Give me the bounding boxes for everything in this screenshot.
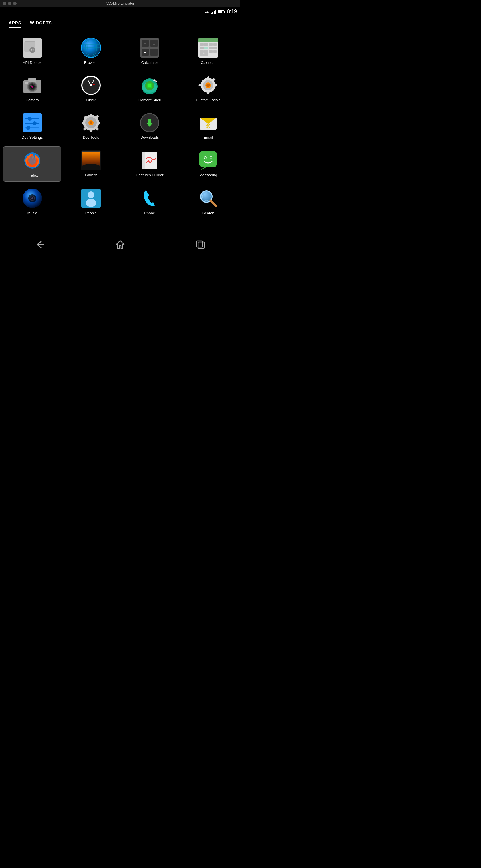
dev-settings-icon xyxy=(22,113,42,133)
app-search[interactable]: Search xyxy=(179,185,238,219)
status-bar: 3G 8:19 xyxy=(0,7,241,16)
app-content-shell[interactable]: Content Shell xyxy=(120,71,179,106)
svg-rect-17 xyxy=(151,49,158,56)
app-phone[interactable]: Phone xyxy=(120,185,179,219)
app-people[interactable]: People xyxy=(62,185,120,219)
calculator-icon: − = + xyxy=(139,37,160,58)
content-shell-label: Content Shell xyxy=(138,98,161,103)
svg-point-118 xyxy=(31,197,33,199)
svg-rect-29 xyxy=(204,46,208,50)
svg-point-52 xyxy=(90,84,92,86)
svg-rect-27 xyxy=(213,43,217,46)
tab-widgets[interactable]: WIDGETS xyxy=(27,16,58,28)
svg-rect-75 xyxy=(23,113,42,132)
maximize-btn[interactable] xyxy=(13,2,17,5)
svg-point-81 xyxy=(26,126,30,130)
window-title: 5554:N5-Emulator xyxy=(106,1,134,5)
minimize-btn[interactable] xyxy=(8,2,11,5)
app-clock[interactable]: Clock xyxy=(62,71,120,106)
svg-rect-66 xyxy=(207,77,209,79)
svg-rect-32 xyxy=(200,50,203,53)
svg-rect-37 xyxy=(204,54,208,56)
content-shell-icon xyxy=(139,75,160,96)
apps-grid: ⚙ API Demos xyxy=(0,28,241,224)
app-dev-settings[interactable]: Dev Settings xyxy=(3,109,62,144)
svg-point-63 xyxy=(156,81,156,82)
browser-icon xyxy=(81,37,101,58)
messaging-icon xyxy=(198,150,219,170)
nav-back-button[interactable] xyxy=(27,238,53,252)
phone-icon xyxy=(139,188,160,209)
battery-fill xyxy=(219,10,222,13)
svg-rect-87 xyxy=(98,122,100,124)
battery-icon xyxy=(218,10,224,13)
svg-rect-35 xyxy=(213,50,217,53)
tab-bar: APPS WIDGETS xyxy=(0,16,241,28)
app-downloads[interactable]: Downloads xyxy=(120,109,179,144)
calendar-icon xyxy=(198,37,219,58)
app-email[interactable]: @ Email xyxy=(179,109,238,144)
svg-text:−: − xyxy=(143,41,146,46)
svg-rect-28 xyxy=(200,46,203,50)
svg-point-74 xyxy=(206,84,210,87)
dev-settings-label: Dev Settings xyxy=(22,135,43,140)
browser-label: Browser xyxy=(84,60,98,65)
app-gestures-builder[interactable]: Gestures Builder xyxy=(120,147,179,182)
close-btn[interactable] xyxy=(3,2,6,5)
app-custom-locale[interactable]: Custom Locale xyxy=(179,71,238,106)
nav-home-button[interactable] xyxy=(107,237,133,253)
svg-point-121 xyxy=(86,199,96,207)
custom-locale-label: Custom Locale xyxy=(196,98,221,103)
svg-rect-122 xyxy=(85,205,97,206)
people-icon xyxy=(81,188,101,209)
svg-rect-46 xyxy=(25,82,28,84)
gallery-icon xyxy=(81,150,101,170)
svg-rect-31 xyxy=(213,46,217,50)
camera-label: Camera xyxy=(26,98,39,103)
svg-rect-85 xyxy=(90,129,92,132)
svg-rect-25 xyxy=(204,43,208,46)
custom-locale-icon xyxy=(198,75,219,96)
phone-label: Phone xyxy=(144,211,155,216)
svg-rect-24 xyxy=(200,43,203,46)
app-messaging[interactable]: Messaging xyxy=(179,147,238,182)
app-gallery[interactable]: Gallery xyxy=(62,147,120,182)
api-demos-label: API Demos xyxy=(23,60,42,65)
bar2 xyxy=(213,12,213,14)
app-firefox[interactable]: Firefox xyxy=(3,147,62,182)
clock-icon xyxy=(81,75,101,96)
people-label: People xyxy=(85,211,97,216)
title-bar: 5554:N5-Emulator xyxy=(0,0,241,7)
downloads-icon xyxy=(139,113,160,133)
tab-apps[interactable]: APPS xyxy=(6,16,27,28)
app-music[interactable]: Music xyxy=(3,185,62,219)
dev-tools-label: Dev Tools xyxy=(83,135,99,140)
svg-rect-109 xyxy=(199,151,217,167)
app-calculator[interactable]: − = + Calculator xyxy=(120,34,179,69)
email-icon: @ xyxy=(198,113,219,133)
svg-rect-36 xyxy=(200,54,203,56)
app-api-demos[interactable]: ⚙ API Demos xyxy=(3,34,62,69)
nav-recents-button[interactable] xyxy=(187,238,214,253)
svg-rect-33 xyxy=(204,50,208,53)
network-type: 3G xyxy=(205,10,209,13)
svg-rect-23 xyxy=(198,40,218,42)
svg-point-45 xyxy=(31,86,33,88)
bar3 xyxy=(214,11,215,14)
firefox-label: Firefox xyxy=(27,173,38,178)
svg-rect-39 xyxy=(28,78,36,82)
email-label: Email xyxy=(203,135,213,140)
app-browser[interactable]: Browser xyxy=(62,34,120,69)
status-time: 8:19 xyxy=(227,8,237,14)
app-calendar[interactable]: Calendar xyxy=(179,34,238,69)
svg-point-102 xyxy=(28,156,36,164)
svg-rect-67 xyxy=(207,92,209,94)
svg-marker-110 xyxy=(201,167,206,170)
app-dev-tools[interactable]: Dev Tools xyxy=(62,109,120,144)
bar4 xyxy=(215,10,216,14)
svg-point-114 xyxy=(210,157,212,159)
signal-bars xyxy=(211,9,216,14)
svg-rect-26 xyxy=(209,43,213,46)
camera-icon xyxy=(22,75,42,96)
app-camera[interactable]: Camera xyxy=(3,71,62,106)
